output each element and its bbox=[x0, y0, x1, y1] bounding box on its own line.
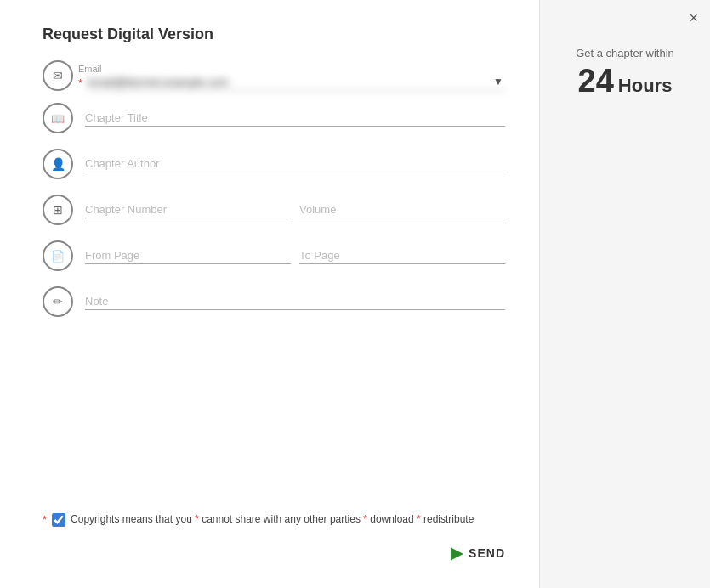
note-icon-circle: ✏ bbox=[43, 286, 73, 317]
chapter-title-field bbox=[85, 110, 505, 127]
side-unit: Hours bbox=[618, 75, 673, 97]
person-icon: 👤 bbox=[51, 157, 65, 171]
volume-input[interactable] bbox=[299, 201, 505, 218]
doc-icon: 📄 bbox=[51, 250, 65, 263]
side-hours: 24 Hours bbox=[578, 63, 673, 99]
copyright-label: Copyrights means that you * cannot share… bbox=[71, 512, 474, 527]
page-range-row: 📄 bbox=[43, 240, 505, 271]
note-input[interactable] bbox=[85, 293, 505, 310]
from-page-field bbox=[85, 247, 291, 264]
note-row: ✏ bbox=[43, 286, 505, 317]
chapter-number-input[interactable] bbox=[85, 201, 291, 218]
person-icon-circle: 👤 bbox=[43, 149, 73, 179]
side-panel: × Get a chapter within 24 Hours bbox=[540, 0, 710, 588]
book-icon: 📖 bbox=[51, 112, 65, 125]
to-page-field bbox=[299, 247, 505, 264]
pages-icon: ⊞ bbox=[53, 203, 63, 217]
send-icon: ▶ bbox=[451, 544, 463, 563]
copyright-row: * Copyrights means that you * cannot sha… bbox=[43, 512, 505, 527]
chapter-number-field bbox=[85, 201, 291, 218]
chapter-title-row: 📖 bbox=[43, 103, 505, 133]
chapter-author-field bbox=[85, 155, 505, 172]
note-icon: ✏ bbox=[53, 295, 63, 308]
send-button[interactable]: ▶ SEND bbox=[451, 544, 505, 563]
side-number: 24 bbox=[578, 63, 614, 99]
request-dialog: Request Digital Version ✉ Email * ▼ 📖 bbox=[0, 0, 710, 588]
note-group bbox=[85, 293, 505, 310]
required-star: * bbox=[78, 76, 82, 89]
close-button[interactable]: × bbox=[689, 10, 698, 25]
dialog-title: Request Digital Version bbox=[43, 25, 505, 43]
chapter-author-input[interactable] bbox=[85, 155, 505, 172]
side-get-text: Get a chapter within bbox=[576, 47, 674, 59]
chapter-title-input[interactable] bbox=[85, 110, 505, 127]
send-row: ▶ SEND bbox=[43, 544, 505, 571]
book-icon-circle: 📖 bbox=[43, 103, 73, 133]
doc-icon-circle: 📄 bbox=[43, 240, 73, 271]
email-row: ✉ Email * ▼ bbox=[43, 60, 505, 91]
pages-icon-circle: ⊞ bbox=[43, 195, 73, 225]
chapter-author-row: 👤 bbox=[43, 149, 505, 179]
email-input-wrap: ▼ bbox=[88, 74, 505, 91]
chapter-number-row: ⊞ bbox=[43, 195, 505, 225]
to-page-input[interactable] bbox=[299, 247, 505, 264]
chapter-title-group bbox=[85, 110, 505, 127]
volume-field bbox=[299, 201, 505, 218]
page-range-group bbox=[85, 247, 505, 264]
chapter-author-group bbox=[85, 155, 505, 172]
email-dropdown-arrow[interactable]: ▼ bbox=[493, 76, 503, 88]
checkbox-required-star: * bbox=[43, 513, 47, 526]
email-input[interactable] bbox=[88, 74, 505, 91]
email-icon-circle: ✉ bbox=[43, 60, 73, 91]
note-field bbox=[85, 293, 505, 310]
email-label: Email bbox=[78, 64, 505, 74]
send-label: SEND bbox=[469, 546, 505, 560]
chapter-number-group bbox=[85, 201, 505, 218]
main-panel: Request Digital Version ✉ Email * ▼ 📖 bbox=[0, 0, 540, 588]
copyright-checkbox[interactable] bbox=[52, 513, 65, 527]
from-page-input[interactable] bbox=[85, 247, 291, 264]
email-icon: ✉ bbox=[53, 69, 63, 82]
